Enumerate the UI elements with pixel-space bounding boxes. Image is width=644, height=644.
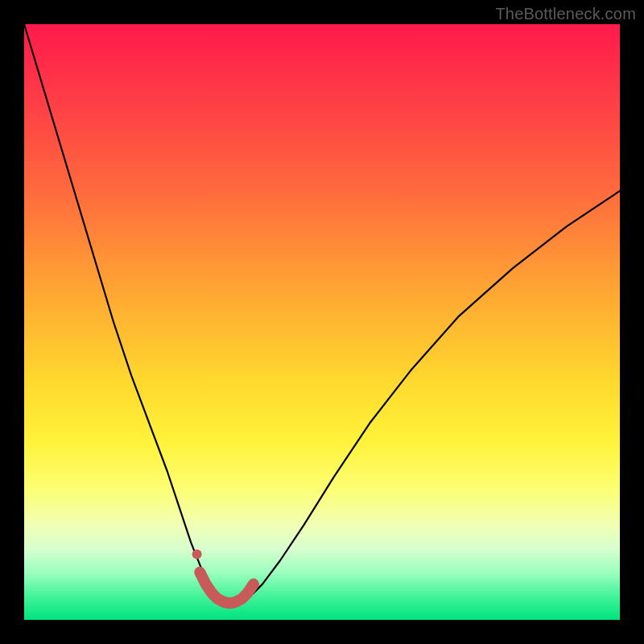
plot-area (24, 24, 620, 620)
chart-svg (24, 24, 620, 620)
watermark-text: TheBottleneck.com (495, 5, 636, 23)
optimal-range-highlight (200, 572, 254, 604)
bottleneck-curve (24, 24, 620, 605)
chart-frame: TheBottleneck.com (0, 0, 644, 644)
optimal-range-dot (192, 550, 202, 559)
